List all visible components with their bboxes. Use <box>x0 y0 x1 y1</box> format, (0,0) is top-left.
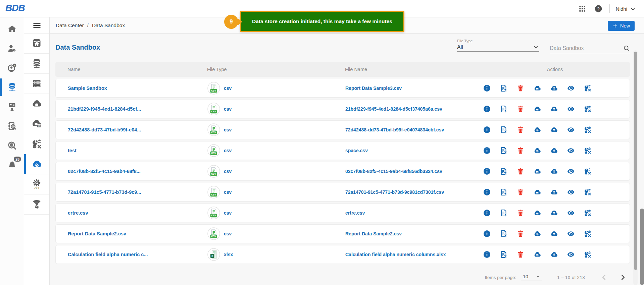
upload-action-button[interactable] <box>550 105 558 113</box>
data-store-action-button[interactable] <box>533 167 541 175</box>
sidebar-item-home[interactable] <box>0 19 24 39</box>
preview-action-button[interactable] <box>567 167 575 175</box>
sidebar-item-business-story[interactable] <box>0 97 24 116</box>
filter-document-action-button[interactable] <box>500 250 508 259</box>
data-store-action-button[interactable] <box>533 147 541 155</box>
sidebar-item-data-sets[interactable] <box>24 74 49 94</box>
upload-action-button[interactable] <box>550 209 558 217</box>
filter-document-action-button[interactable] <box>500 188 508 196</box>
delete-action-button[interactable] <box>516 105 525 113</box>
data-prep-action-button[interactable] <box>584 230 592 238</box>
sidebar-item-user-management[interactable] <box>0 39 24 58</box>
sidebar-item-menu-toggle[interactable] <box>24 17 49 34</box>
filter-document-action-button[interactable] <box>500 126 508 134</box>
info-action-button[interactable] <box>483 230 491 238</box>
upload-action-button[interactable] <box>550 147 558 155</box>
sidebar-item-data-catalog[interactable] <box>0 116 24 136</box>
data-store-action-button[interactable] <box>533 84 541 92</box>
file-name-link[interactable]: 02c7f08b-82f5-4c15-9ab4-68f856db3324.csv <box>339 169 442 174</box>
info-action-button[interactable] <box>483 250 491 259</box>
user-menu[interactable]: Nidhi <box>616 5 636 12</box>
file-name-link[interactable]: 72a14701-91c5-4771-b73d-9c981cd7301f.csv <box>339 189 444 195</box>
filter-document-action-button[interactable] <box>500 147 508 155</box>
sandbox-name-link[interactable]: ertre.csv <box>56 210 207 216</box>
file-name-link[interactable]: 21bdf229-f945-4ed1-8284-d5cf37405a6a.csv <box>339 106 442 112</box>
preview-action-button[interactable] <box>567 230 575 238</box>
delete-action-button[interactable] <box>516 167 525 175</box>
data-store-action-button[interactable] <box>533 188 541 196</box>
sandbox-name-link[interactable]: test <box>56 148 207 153</box>
sidebar-item-data-store[interactable] <box>24 34 49 54</box>
sidebar-item-notifications[interactable]: 26 <box>0 155 24 175</box>
upload-action-button[interactable] <box>550 250 558 259</box>
sidebar-item-data-store-metadata[interactable] <box>24 54 49 74</box>
preview-action-button[interactable] <box>567 250 575 259</box>
sidebar-item-api-client[interactable]: API <box>24 174 49 194</box>
sandbox-name-link[interactable]: Report Data Sample2.csv <box>56 231 207 236</box>
sidebar-item-api-connectors[interactable]: </> <box>24 114 49 134</box>
filter-document-action-button[interactable] <box>500 84 508 92</box>
filter-document-action-button[interactable] <box>500 230 508 238</box>
preview-action-button[interactable] <box>567 188 575 196</box>
data-prep-action-button[interactable] <box>584 147 592 155</box>
delete-action-button[interactable] <box>516 84 525 92</box>
upload-action-button[interactable] <box>550 230 558 238</box>
delete-action-button[interactable] <box>516 188 525 196</box>
info-action-button[interactable] <box>483 105 491 113</box>
file-name-link[interactable]: ertre.csv <box>339 210 365 216</box>
sandbox-name-link[interactable]: 21bdf229-f945-4ed1-8284-d5cf... <box>56 106 207 112</box>
data-prep-action-button[interactable] <box>584 250 592 259</box>
data-prep-action-button[interactable] <box>584 126 592 134</box>
info-action-button[interactable] <box>483 167 491 175</box>
data-prep-action-button[interactable] <box>584 209 592 217</box>
data-store-action-button[interactable] <box>533 250 541 259</box>
breadcrumb-item-data-center[interactable]: Data Center <box>56 22 84 28</box>
preview-action-button[interactable] <box>567 84 575 92</box>
new-button[interactable]: New <box>608 21 635 31</box>
info-action-button[interactable] <box>483 188 491 196</box>
preview-action-button[interactable] <box>567 209 575 217</box>
upload-action-button[interactable] <box>550 84 558 92</box>
delete-action-button[interactable] <box>516 250 525 259</box>
table-scrollbar-thumb[interactable] <box>634 52 637 270</box>
search-input[interactable] <box>550 45 623 51</box>
upload-action-button[interactable] <box>550 167 558 175</box>
search-icon[interactable] <box>623 45 630 52</box>
file-name-link[interactable]: Calculation field alpha numeric columns.… <box>339 252 446 257</box>
info-action-button[interactable] <box>483 209 491 217</box>
table-scrollbar[interactable] <box>633 50 638 285</box>
sandbox-name-link[interactable]: 72d42488-dd73-47bd-b99f-e04... <box>56 127 207 132</box>
filter-document-action-button[interactable] <box>500 167 508 175</box>
upload-action-button[interactable] <box>550 188 558 196</box>
data-store-action-button[interactable] <box>533 230 541 238</box>
file-name-link[interactable]: Report Data Sample2.csv <box>339 231 402 236</box>
bdb-logo[interactable]: BDB <box>5 3 25 13</box>
page-scrollbar[interactable] <box>640 209 644 285</box>
data-prep-action-button[interactable] <box>584 188 592 196</box>
delete-action-button[interactable] <box>516 126 525 134</box>
help-button[interactable]: ? <box>593 4 603 14</box>
preview-action-button[interactable] <box>567 147 575 155</box>
apps-grid-button[interactable] <box>577 4 587 14</box>
sidebar-item-data-pipeline[interactable] <box>24 194 49 215</box>
preview-action-button[interactable] <box>567 105 575 113</box>
sandbox-name-link[interactable]: Calculation field alpha numeric c... <box>56 252 207 257</box>
next-page-button[interactable] <box>618 273 627 282</box>
data-store-action-button[interactable] <box>533 105 541 113</box>
breadcrumb-item-data-sandbox[interactable]: Data Sandbox <box>92 22 125 28</box>
delete-action-button[interactable] <box>516 230 525 238</box>
data-store-action-button[interactable] <box>533 126 541 134</box>
sandbox-name-link[interactable]: 02c7f08b-82f5-4c15-9ab4-68f8... <box>56 169 207 174</box>
data-prep-action-button[interactable] <box>584 167 592 175</box>
file-type-select[interactable]: File Type All <box>457 39 539 52</box>
upload-action-button[interactable] <box>550 126 558 134</box>
sandbox-name-link[interactable]: 72a14701-91c5-4771-b73d-9c9... <box>56 189 207 195</box>
delete-action-button[interactable] <box>516 147 525 155</box>
preview-action-button[interactable] <box>567 126 575 134</box>
data-prep-action-button[interactable] <box>584 84 592 92</box>
sidebar-item-data-sandbox[interactable] <box>24 154 49 174</box>
info-action-button[interactable] <box>483 147 491 155</box>
file-name-link[interactable]: Report Data Sample3.csv <box>339 86 402 91</box>
filter-document-action-button[interactable] <box>500 105 508 113</box>
filter-document-action-button[interactable] <box>500 209 508 217</box>
